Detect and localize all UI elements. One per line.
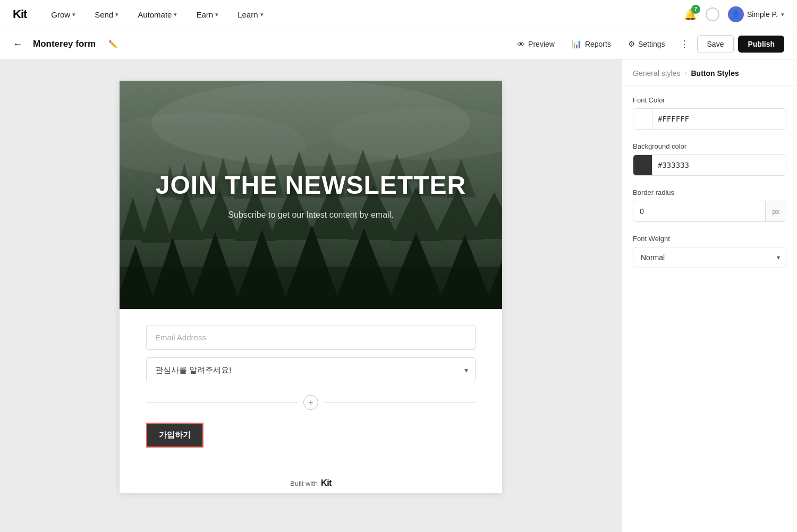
notification-bell[interactable]: 🔔 7 <box>684 8 697 21</box>
add-field-button[interactable]: ＋ <box>303 395 318 410</box>
learn-chevron-icon: ▾ <box>260 11 264 18</box>
add-field-row: ＋ <box>146 390 476 415</box>
user-chevron-icon: ▾ <box>781 11 784 18</box>
main-layout: JOIN THE NEWSLETTER Subscribe to get our… <box>0 59 797 532</box>
back-arrow-icon: ← <box>13 39 22 50</box>
user-name-label: Simple P. <box>747 10 778 19</box>
top-nav: Kit Grow ▾ Send ▾ Automate ▾ Earn ▾ Lear… <box>0 0 797 29</box>
reports-button[interactable]: 📊 Reports <box>565 36 617 52</box>
settings-icon: ⚙ <box>628 39 635 49</box>
grow-chevron-icon: ▾ <box>72 11 75 18</box>
breadcrumb-separator: › <box>684 70 686 77</box>
border-radius-group: Border radius px <box>633 188 786 222</box>
font-color-input[interactable] <box>652 115 786 123</box>
font-weight-select-wrap: Normal Bold Light Medium ▾ <box>633 247 786 268</box>
email-field[interactable] <box>146 325 476 350</box>
user-menu[interactable]: 👤 Simple P. ▾ <box>728 6 784 22</box>
bg-color-label: Background color <box>633 142 786 150</box>
nav-right: 🔔 7 👤 Simple P. ▾ <box>684 6 784 22</box>
bg-color-swatch[interactable] <box>633 155 652 175</box>
form-preview: JOIN THE NEWSLETTER Subscribe to get our… <box>120 81 502 493</box>
interest-dropdown[interactable]: 관심사를 알려주세요! <box>146 357 476 382</box>
preview-icon: 👁 <box>517 40 525 49</box>
bg-color-input[interactable] <box>652 161 786 169</box>
font-color-label: Font Color <box>633 96 786 104</box>
font-color-swatch[interactable] <box>633 109 652 129</box>
font-weight-group: Font Weight Normal Bold Light Medium ▾ <box>633 235 786 268</box>
dropdown-wrap: 관심사를 알려주세요! ▾ <box>146 357 476 382</box>
border-radius-input[interactable] <box>633 207 765 216</box>
add-divider-right <box>324 402 476 403</box>
right-panel: General styles › Button Styles Font Colo… <box>622 59 797 532</box>
send-chevron-icon: ▾ <box>115 11 118 18</box>
font-weight-select[interactable]: Normal Bold Light Medium <box>633 247 786 268</box>
user-avatar: 👤 <box>728 6 744 22</box>
publish-button[interactable]: Publish <box>738 36 784 53</box>
notification-badge: 7 <box>691 5 700 14</box>
earn-chevron-icon: ▾ <box>215 11 218 18</box>
built-with-footer: Built with Kit <box>120 469 502 493</box>
more-options-button[interactable]: ⋮ <box>676 36 693 53</box>
form-title: Monterey form <box>33 39 96 49</box>
bg-color-row <box>633 155 786 176</box>
border-radius-label: Border radius <box>633 188 786 196</box>
font-weight-label: Font Weight <box>633 235 786 243</box>
submit-button-preview[interactable]: 가입하기 <box>146 423 204 448</box>
canvas-area: JOIN THE NEWSLETTER Subscribe to get our… <box>0 59 622 532</box>
nav-automate[interactable]: Automate ▾ <box>134 8 180 21</box>
breadcrumb-general-styles-link[interactable]: General styles <box>633 69 680 78</box>
panel-content: Font Color Background color Border radiu… <box>622 85 797 532</box>
nav-grow[interactable]: Grow ▾ <box>48 8 79 21</box>
svg-rect-36 <box>120 267 502 309</box>
bg-color-group: Background color <box>633 142 786 176</box>
hero-title: JOIN THE NEWSLETTER <box>156 170 466 200</box>
nav-learn[interactable]: Learn ▾ <box>234 8 266 21</box>
border-radius-unit: px <box>765 201 786 221</box>
app-logo: Kit <box>13 7 27 21</box>
settings-button[interactable]: ⚙ Settings <box>622 36 672 52</box>
hero-subtitle: Subscribe to get our latest content by e… <box>228 210 393 220</box>
font-color-group: Font Color <box>633 96 786 130</box>
preview-button[interactable]: 👁 Preview <box>511 37 561 52</box>
hero-image: JOIN THE NEWSLETTER Subscribe to get our… <box>120 81 502 309</box>
font-color-row <box>633 108 786 130</box>
nav-earn[interactable]: Earn ▾ <box>193 8 222 21</box>
status-circle[interactable] <box>706 7 719 21</box>
nav-send[interactable]: Send ▾ <box>91 8 122 21</box>
save-button[interactable]: Save <box>697 35 734 53</box>
edit-title-icon[interactable]: ✏️ <box>108 40 117 48</box>
reports-icon: 📊 <box>572 39 582 49</box>
panel-breadcrumb: General styles › Button Styles <box>622 59 797 85</box>
automate-chevron-icon: ▾ <box>174 11 177 18</box>
back-button[interactable]: ← <box>13 39 22 50</box>
border-radius-row: px <box>633 201 786 222</box>
add-divider-left <box>146 402 298 403</box>
breadcrumb-current: Button Styles <box>691 69 739 78</box>
sub-nav: ← Monterey form ✏️ 👁 Preview 📊 Reports ⚙… <box>0 29 797 59</box>
kit-logo-small: Kit <box>321 478 332 488</box>
sub-nav-actions: 👁 Preview 📊 Reports ⚙ Settings ⋮ Save Pu… <box>511 35 784 53</box>
avatar-icon: 👤 <box>731 10 740 19</box>
form-body: 관심사를 알려주세요! ▾ ＋ 가입하기 <box>120 309 502 469</box>
